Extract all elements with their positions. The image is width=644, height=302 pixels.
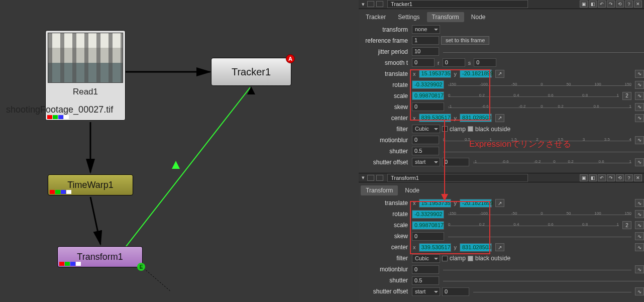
header-btn[interactable]: ◧ [589, 174, 597, 181]
curve-icon[interactable]: ∿ [635, 92, 644, 100]
collapse-icon[interactable]: ▾ [361, 1, 365, 8]
shutteroffset-dropdown[interactable]: start [412, 287, 440, 296]
clamp-checkbox[interactable] [442, 256, 448, 261]
expand-button[interactable]: 2 [622, 92, 631, 100]
curve-icon[interactable]: ∿ [635, 199, 644, 207]
jitter-field[interactable]: 10 [412, 47, 439, 56]
close-icon[interactable]: ✕ [634, 174, 642, 181]
center-y-field[interactable]: 831.028503 [460, 114, 492, 122]
tab-node[interactable]: Node [466, 12, 491, 22]
shutteroffset-slider[interactable]: -1-0.6-0.200.20.61 [473, 158, 631, 166]
undo-icon[interactable]: ↶ [598, 1, 606, 8]
redo-icon[interactable]: ↷ [607, 174, 615, 181]
shutter-field[interactable]: 0.5 [412, 147, 439, 155]
rotate-field[interactable]: -0.3329902 [412, 80, 444, 89]
rotate-slider[interactable]: -150-100-50050100150 [448, 81, 631, 89]
curve-icon[interactable]: ∿ [635, 158, 644, 166]
panel-icon[interactable] [367, 175, 374, 181]
tab-node[interactable]: Node [400, 185, 424, 195]
scale-field[interactable]: 0.99870817 [412, 91, 444, 100]
tab-transform[interactable]: Transform [427, 12, 464, 22]
shutteroffset-slider[interactable] [473, 287, 631, 295]
shutteroffset-field[interactable]: 0 [442, 158, 469, 166]
translate-x-field[interactable]: 15.1953735 [419, 199, 451, 208]
motionblur-field[interactable]: 0 [412, 265, 439, 274]
curve-icon[interactable]: ∿ [635, 81, 644, 89]
close-icon[interactable]: ✕ [634, 1, 642, 8]
transform-dropdown[interactable]: none [412, 25, 440, 34]
curve-icon[interactable]: ∿ [635, 103, 644, 111]
curve-icon[interactable]: ∿ [635, 243, 644, 251]
expand-button[interactable]: 2 [622, 221, 631, 229]
help-icon[interactable]: ? [625, 174, 633, 181]
tracker-panel-header[interactable]: ▾ Tracker1 ▣ ◧ ↶ ↷ ⟲ ? ✕ [359, 0, 644, 9]
scale-slider[interactable]: 00.20.40.60.81 [448, 92, 619, 100]
center-x-field[interactable]: 839.530517 [419, 114, 451, 122]
skew-field[interactable]: 0 [412, 103, 444, 111]
black-outside-checkbox[interactable] [468, 256, 473, 261]
smooth-t-field[interactable]: 0 [412, 58, 435, 67]
shutter-field[interactable]: 0.5 [412, 276, 439, 285]
tab-settings[interactable]: Settings [393, 12, 424, 22]
anim-icon[interactable]: ↗ [495, 114, 504, 122]
set-frame-button[interactable]: set to this frame [441, 36, 489, 45]
transform-panel-header[interactable]: ▾ Transform1 ▣ ◧ ↶ ↷ ⟲ ? ✕ [359, 173, 644, 182]
smooth-r-field[interactable]: 0 [443, 58, 465, 67]
header-btn[interactable]: ▣ [580, 1, 588, 8]
black-outside-checkbox[interactable] [468, 126, 473, 132]
curve-icon[interactable]: ∿ [635, 210, 644, 218]
center-x-field[interactable]: 339.530517 [419, 243, 451, 252]
header-btn[interactable]: ▣ [580, 174, 588, 181]
smooth-s-field[interactable]: 0 [474, 58, 496, 67]
anim-icon[interactable]: ↗ [495, 243, 504, 251]
note-icon[interactable] [376, 175, 383, 181]
skew-slider[interactable]: -1-0.6-0.200.20.61 [448, 103, 631, 111]
transform-node[interactable]: Transform1 E [57, 246, 143, 267]
tracker-node[interactable]: Tracker1 A [211, 58, 291, 86]
center-y-field[interactable]: 831.028503 [460, 243, 492, 252]
curve-icon[interactable]: ∿ [635, 265, 644, 273]
anim-icon[interactable]: ↗ [495, 70, 504, 78]
filter-dropdown[interactable]: Cubic [412, 254, 440, 263]
curve-icon[interactable]: ∿ [635, 221, 644, 229]
panel-icon[interactable] [367, 1, 374, 7]
filter-dropdown[interactable]: Cubic [412, 125, 440, 133]
tab-transform[interactable]: Transform [361, 185, 398, 195]
header-btn[interactable]: ◧ [589, 1, 597, 8]
skew-field[interactable]: 0 [412, 232, 444, 241]
shutter-slider[interactable] [443, 276, 644, 284]
collapse-icon[interactable]: ▾ [361, 174, 365, 181]
curve-icon[interactable]: ∿ [635, 114, 644, 122]
panel-title[interactable]: Transform1 [387, 174, 528, 182]
revert-icon[interactable]: ⟲ [616, 174, 624, 181]
redo-icon[interactable]: ↷ [607, 1, 615, 8]
translate-x-field[interactable]: 15.1953735 [419, 69, 451, 78]
help-icon[interactable]: ? [625, 1, 633, 8]
translate-y-field[interactable]: -20.1821899 [460, 69, 492, 78]
curve-icon[interactable]: ∿ [635, 232, 644, 240]
clamp-checkbox[interactable] [442, 126, 448, 132]
scale-field[interactable]: 0.99870817 [412, 221, 444, 230]
node-graph[interactable]: Read1 shootingFootage_00027.tif Tracker1… [0, 0, 359, 302]
curve-icon[interactable]: ∿ [635, 70, 644, 78]
revert-icon[interactable]: ⟲ [616, 1, 624, 8]
panel-title[interactable]: Tracker1 [387, 0, 528, 8]
translate-y-field[interactable]: -20.1821899 [460, 199, 492, 208]
undo-icon[interactable]: ↶ [598, 174, 606, 181]
rotate-field[interactable]: -0.3329902 [412, 210, 444, 219]
curve-icon[interactable]: ∿ [635, 136, 644, 144]
reference-frame-field[interactable]: 1 [412, 36, 439, 45]
scale-slider[interactable]: 00.20.40.60.81 [448, 221, 619, 229]
tab-tracker[interactable]: Tracker [361, 12, 391, 22]
skew-slider[interactable] [448, 232, 631, 240]
jitter-slider[interactable] [443, 48, 644, 56]
motionblur-field[interactable]: 0 [412, 136, 439, 144]
shutteroffset-dropdown[interactable]: start [412, 158, 440, 166]
note-icon[interactable] [376, 1, 383, 7]
timewarp-node[interactable]: TimeWarp1 [48, 174, 133, 195]
curve-icon[interactable]: ∿ [635, 287, 644, 295]
rotate-slider[interactable]: -150-100-50050100150 [448, 210, 631, 218]
anim-icon[interactable]: ↗ [495, 199, 504, 207]
shutteroffset-field[interactable]: 0 [442, 287, 469, 296]
motionblur-slider[interactable] [443, 265, 631, 273]
